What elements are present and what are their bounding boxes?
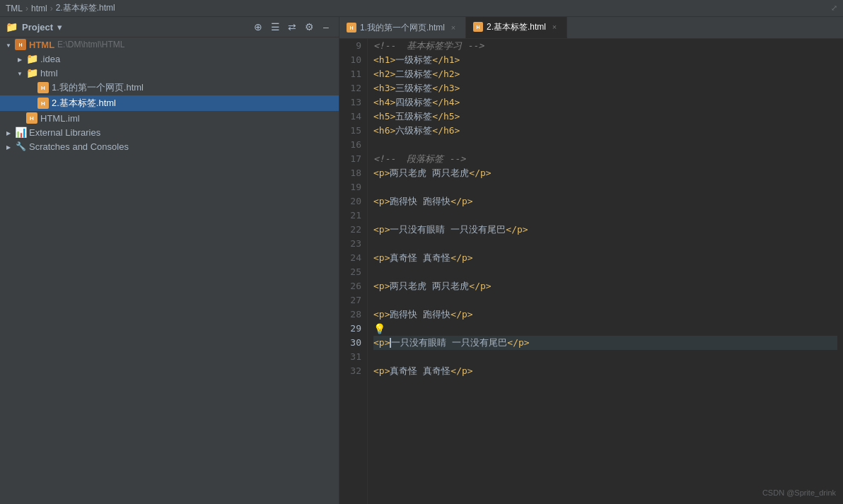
code-line-22: <p>一只没有眼睛 一只没有尾巴</p>	[373, 223, 837, 237]
tree-item-htmliml[interactable]: H HTML.iml	[0, 111, 339, 125]
tab-file1-icon: H	[347, 23, 356, 33]
code-line-10: <h1>一级标签</h1>	[373, 53, 837, 67]
code-line-25	[373, 265, 837, 279]
tree-label-file2: 2.基本标签.html	[52, 97, 116, 110]
tab-file2[interactable]: H 2.基本标签.html ×	[466, 17, 567, 38]
line-num-12: 12	[345, 81, 361, 95]
line-num-28: 28	[345, 307, 361, 322]
text-11: 二级标签	[395, 67, 432, 81]
maximize-icon[interactable]: ⤢	[831, 4, 837, 13]
tag-h5-open-14: <h5>	[373, 110, 395, 124]
hint-bulb-icon[interactable]: 💡	[373, 322, 385, 336]
code-line-12: <h3>三级标签</h3>	[373, 81, 837, 95]
code-line-11: <h2>二级标签</h2>	[373, 67, 837, 81]
code-line-32: <p>真奇怪 真奇怪</p>	[373, 364, 837, 378]
tree-item-idea[interactable]: 📁 .idea	[0, 52, 339, 66]
collapse-button[interactable]: ☰	[268, 20, 282, 34]
tag-p-close-26: </p>	[469, 279, 491, 293]
code-line-24: <p>真奇怪 真奇怪</p>	[373, 251, 837, 265]
code-line-31	[373, 350, 837, 364]
tab-file1[interactable]: H 1.我的第一个网页.html ×	[339, 17, 466, 38]
breadcrumb-item-1[interactable]: TML	[6, 4, 23, 13]
line-num-23: 23	[345, 237, 361, 251]
code-line-20: <p>跑得快 跑得快</p>	[373, 194, 837, 209]
tree-item-html-folder[interactable]: 📁 html	[0, 66, 339, 80]
tree-arrow-idea	[14, 55, 25, 63]
comment-17: <!-- 段落标签 -->	[373, 152, 465, 166]
tree-item-file1[interactable]: H 1.我的第一个网页.html	[0, 80, 339, 95]
tag-h2-close-11: </h2>	[432, 67, 460, 81]
text-24: 真奇怪 真奇怪	[390, 251, 450, 265]
extlib-icon: 📊	[14, 127, 27, 138]
idea-folder-icon: 📁	[25, 53, 38, 64]
code-line-13: <h4>四级标签</h4>	[373, 95, 837, 110]
line-num-13: 13	[345, 95, 361, 110]
line-num-17: 17	[345, 152, 361, 166]
scratches-icon: 🔧	[14, 141, 27, 152]
code-line-17: <!-- 段落标签 -->	[373, 152, 837, 166]
text-22: 一只没有眼睛 一只没有尾巴	[390, 223, 506, 237]
breadcrumb-item-2[interactable]: html	[31, 4, 47, 13]
tag-p-open-24: <p>	[373, 251, 390, 265]
tag-p-close-20: </p>	[450, 194, 472, 209]
tag-h4-close-13: </h4>	[432, 95, 460, 110]
tag-p-open-32: <p>	[373, 364, 390, 378]
tab-file1-label: 1.我的第一个网页.html	[360, 22, 445, 34]
code-line-18: <p>两只老虎 两只老虎</p>	[373, 166, 837, 180]
text-12: 三级标签	[395, 81, 432, 95]
tag-p-close-24: </p>	[450, 251, 472, 265]
code-line-23	[373, 237, 837, 251]
tag-h1-close-10: </h1>	[432, 53, 460, 67]
breadcrumb-item-3[interactable]: 2.基本标签.html	[56, 2, 115, 14]
line-num-30: 30	[345, 336, 361, 350]
tree-label-scratches: Scratches and Consoles	[29, 141, 129, 152]
sidebar-folder-icon: 📁	[6, 21, 18, 33]
sidebar-panel: 📁 Project ▾ ⊕ ☰ ⇄ ⚙ – H HTML E:\DM\	[0, 17, 339, 504]
code-line-9: <!-- 基本标签学习 -->	[373, 39, 837, 53]
tag-p-open-18: <p>	[373, 166, 390, 180]
line-num-19: 19	[345, 180, 361, 194]
code-line-16	[373, 138, 837, 152]
add-button[interactable]: ⊕	[251, 20, 265, 34]
breadcrumb-sep-2: ›	[50, 4, 53, 13]
tree-label-file1: 1.我的第一个网页.html	[52, 81, 144, 94]
text-18: 两只老虎 两只老虎	[390, 166, 469, 180]
tree-item-html-root[interactable]: H HTML E:\DM\html\HTML	[0, 37, 339, 52]
tag-h4-open-13: <h4>	[373, 95, 395, 110]
tree-arrow-html-root	[3, 41, 14, 49]
text-14: 五级标签	[395, 110, 432, 124]
text-28: 跑得快 跑得快	[390, 307, 450, 322]
line-num-14: 14	[345, 110, 361, 124]
code-line-28: <p>跑得快 跑得快</p>	[373, 307, 837, 322]
tabs-bar: H 1.我的第一个网页.html × H 2.基本标签.html ×	[339, 17, 843, 39]
tree-label-idea: .idea	[40, 54, 60, 64]
tree-item-extlib[interactable]: 📊 External Libraries	[0, 125, 339, 139]
tab-file2-close[interactable]: ×	[550, 22, 559, 32]
sidebar-title: Project	[22, 22, 53, 33]
text-20: 跑得快 跑得快	[390, 194, 450, 209]
tab-file1-close[interactable]: ×	[448, 23, 458, 33]
line-num-9: 9	[345, 39, 361, 53]
tag-h1-open-10: <h1>	[373, 53, 395, 67]
tree-item-file2[interactable]: H 2.基本标签.html	[0, 95, 339, 111]
line-numbers: 9 10 11 12 13 14 15 16 17 18 19 20 21 22…	[339, 39, 368, 504]
code-content[interactable]: <!-- 基本标签学习 --> <h1>一级标签</h1> <h2>二级标签</…	[368, 39, 843, 504]
sidebar-dropdown-icon[interactable]: ▾	[57, 22, 62, 33]
expand-button[interactable]: ⇄	[285, 20, 299, 34]
breadcrumb-sep-1: ›	[25, 4, 28, 13]
line-num-16: 16	[345, 138, 361, 152]
tag-p-close-22: </p>	[506, 223, 528, 237]
html-root-icon: H	[14, 39, 27, 50]
settings-button[interactable]: ⚙	[302, 20, 316, 34]
line-num-10: 10	[345, 53, 361, 67]
line-num-22: 22	[345, 223, 361, 237]
tag-h3-open-12: <h3>	[373, 81, 395, 95]
minimize-button[interactable]: –	[319, 20, 333, 34]
text-32: 真奇怪 真奇怪	[390, 364, 450, 378]
code-line-26: <p>两只老虎 两只老虎</p>	[373, 279, 837, 293]
tree-item-scratches[interactable]: 🔧 Scratches and Consoles	[0, 139, 339, 153]
tag-h6-open-15: <h6>	[373, 124, 395, 138]
tag-p-open-28: <p>	[373, 307, 390, 322]
html-folder-icon: 📁	[25, 67, 38, 78]
code-editor[interactable]: 9 10 11 12 13 14 15 16 17 18 19 20 21 22…	[339, 39, 843, 504]
